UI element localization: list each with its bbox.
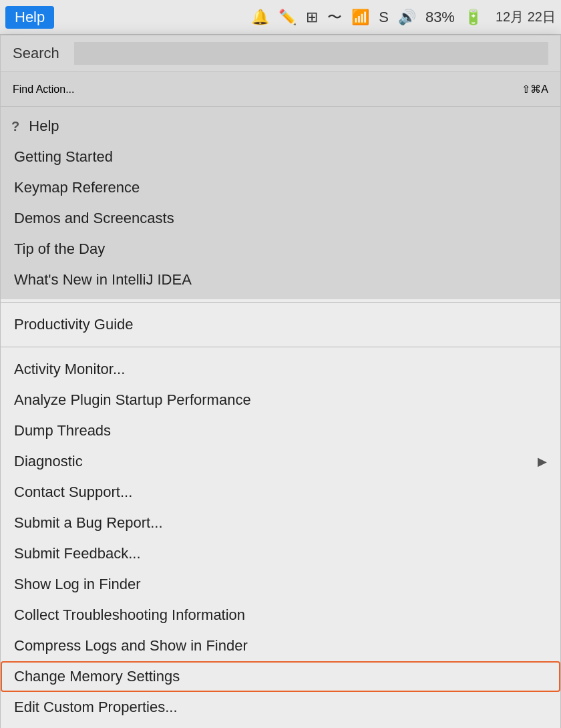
skype-icon[interactable]: S [379, 9, 389, 26]
menu-item-demos-screencasts[interactable]: Demos and Screencasts [1, 203, 560, 234]
battery-percent: 83% [425, 9, 455, 26]
menu-item-productivity-guide[interactable]: Productivity Guide [1, 309, 560, 340]
battery-icon: 🔋 [464, 9, 482, 26]
menubar-icons: 🔔 ✏️ ⊞ 〜 📶 S 🔊 83% 🔋 12月 22日 [251, 7, 556, 27]
help-menu-dropdown: Search Find Action... ⇧⌘A ? Help Getting… [0, 35, 561, 728]
search-label: Search [13, 45, 66, 62]
help-label: Help [29, 118, 59, 134]
menu-item-keymap-reference[interactable]: Keymap Reference [1, 172, 560, 203]
menu-item-getting-started[interactable]: Getting Started [1, 142, 560, 172]
tools-section: Activity Monitor... Analyze Plugin Start… [1, 350, 560, 728]
demos-screencasts-label: Demos and Screencasts [14, 210, 174, 227]
menu-item-collect-troubleshooting[interactable]: Collect Troubleshooting Information [1, 600, 560, 630]
menu-item-analyze-plugin[interactable]: Analyze Plugin Startup Performance [1, 385, 560, 415]
whats-new-label: What's New in IntelliJ IDEA [14, 271, 192, 289]
menu-item-compress-logs[interactable]: Compress Logs and Show in Finder [1, 630, 560, 661]
search-input[interactable] [74, 42, 548, 65]
menu-item-help[interactable]: ? Help [1, 111, 560, 142]
activity-icon[interactable]: 〜 [327, 7, 342, 27]
help-section: ? Help Getting Started Keymap Reference … [1, 107, 560, 299]
diagnostic-label: Diagnostic [14, 453, 83, 470]
notification-icon[interactable]: 🔔 [251, 9, 269, 26]
menu-item-contact-support[interactable]: Contact Support... [1, 477, 560, 508]
menu-item-edit-custom-props[interactable]: Edit Custom Properties... [1, 692, 560, 723]
quick-note-icon[interactable]: ✏️ [278, 9, 297, 26]
contact-support-label: Contact Support... [14, 484, 132, 501]
find-action-shortcut: ⇧⌘A [522, 83, 548, 96]
submit-bug-label: Submit a Bug Report... [14, 514, 163, 532]
menu-item-show-log[interactable]: Show Log in Finder [1, 569, 560, 600]
menu-item-submit-bug[interactable]: Submit a Bug Report... [1, 508, 560, 538]
menubar: Help 🔔 ✏️ ⊞ 〜 📶 S 🔊 83% 🔋 12月 22日 [0, 0, 561, 35]
separator-1 [1, 302, 560, 303]
menu-item-change-memory[interactable]: Change Memory Settings [1, 661, 560, 692]
keymap-reference-label: Keymap Reference [14, 179, 140, 196]
menu-item-diagnostic[interactable]: Diagnostic ▶ [1, 446, 560, 477]
analyze-plugin-label: Analyze Plugin Startup Performance [14, 391, 251, 409]
edit-custom-props-label: Edit Custom Properties... [14, 699, 178, 716]
help-menu-title[interactable]: Help [5, 6, 54, 29]
tip-of-day-label: Tip of the Day [14, 240, 105, 258]
change-memory-label: Change Memory Settings [14, 668, 180, 685]
menu-item-tip-of-day[interactable]: Tip of the Day [1, 234, 560, 264]
wifi-icon[interactable]: 📶 [351, 9, 369, 26]
find-action-row[interactable]: Find Action... ⇧⌘A [1, 72, 560, 107]
submit-feedback-label: Submit Feedback... [14, 545, 141, 562]
volume-icon[interactable]: 🔊 [398, 9, 416, 26]
clock: 12月 22日 [496, 8, 556, 26]
separator-2 [1, 347, 560, 347]
productivity-guide-label: Productivity Guide [14, 316, 134, 333]
menu-item-whats-new[interactable]: What's New in IntelliJ IDEA [1, 264, 560, 295]
search-row: Search [1, 35, 560, 72]
compress-logs-label: Compress Logs and Show in Finder [14, 637, 248, 655]
find-action-label: Find Action... [13, 83, 75, 96]
menu-item-activity-monitor[interactable]: Activity Monitor... [1, 354, 560, 385]
show-log-label: Show Log in Finder [14, 576, 141, 593]
productivity-section: Productivity Guide [1, 305, 560, 344]
activity-monitor-label: Activity Monitor... [14, 361, 125, 378]
menu-item-submit-feedback[interactable]: Submit Feedback... [1, 538, 560, 569]
getting-started-label: Getting Started [14, 148, 113, 166]
question-icon: ? [11, 119, 19, 134]
dump-threads-label: Dump Threads [14, 422, 111, 439]
grid-icon[interactable]: ⊞ [306, 9, 318, 26]
menu-item-dump-threads[interactable]: Dump Threads [1, 415, 560, 446]
collect-troubleshooting-label: Collect Troubleshooting Information [14, 606, 245, 624]
diagnostic-arrow-icon: ▶ [538, 454, 547, 469]
menu-item-edit-custom-vm[interactable]: Edit Custom VM Options... [1, 723, 560, 728]
